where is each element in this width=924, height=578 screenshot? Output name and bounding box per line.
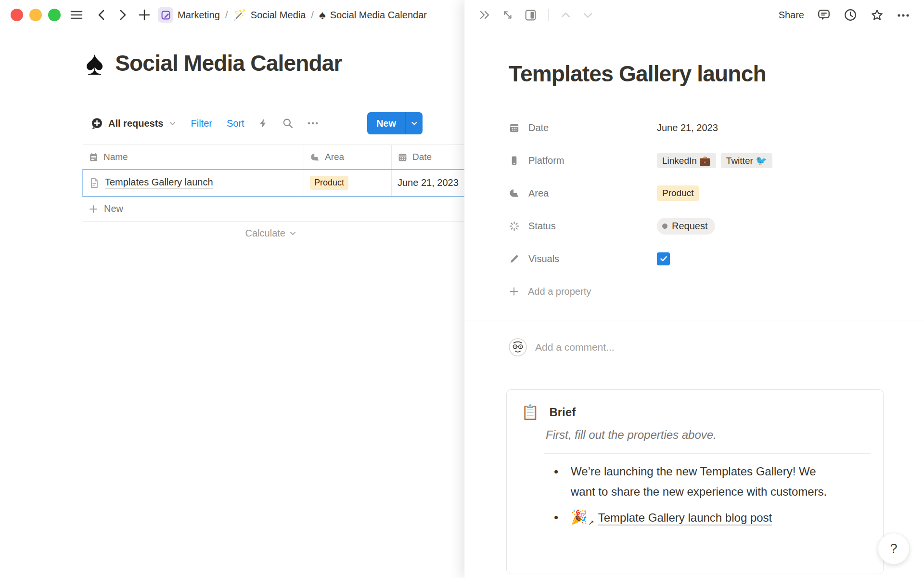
brief-bullet-item: 🎉 ↗ Template Gallery launch blog post <box>544 507 833 528</box>
page-more-options-icon[interactable] <box>897 11 910 19</box>
magic-wand-icon: 🪄 <box>233 10 246 20</box>
date-value: June 21, 2023 <box>657 122 718 133</box>
breadcrumb-item-social-media-calendar[interactable]: ♠ Social Media Calendar <box>319 9 427 21</box>
brief-template-card: 📋 Brief First, fill out the properties a… <box>506 389 884 574</box>
page-icon-spade[interactable]: ♠ <box>86 46 103 80</box>
property-label: Visuals <box>528 253 559 264</box>
row-name-cell[interactable]: Templates Gallery launch <box>83 170 304 196</box>
comments-icon[interactable] <box>817 8 831 22</box>
zoom-window-button[interactable] <box>48 9 61 21</box>
view-selector[interactable]: All requests <box>90 117 176 130</box>
property-label-area[interactable]: Area <box>509 188 657 199</box>
side-peek-mode-icon[interactable] <box>524 9 537 22</box>
chevron-down-icon <box>169 120 176 127</box>
minimize-window-button[interactable] <box>29 9 42 21</box>
property-label: Platform <box>528 155 564 166</box>
column-header-area[interactable]: Area <box>304 145 392 169</box>
calendar-icon <box>398 152 408 162</box>
row-date-value: June 21, 2023 <box>398 177 459 188</box>
previous-record-chevron-up-icon[interactable] <box>560 9 572 21</box>
help-button[interactable]: ? <box>878 533 910 565</box>
property-label-visuals[interactable]: Visuals <box>509 253 657 264</box>
calendar-icon <box>509 122 520 133</box>
brief-title: Brief <box>549 406 576 419</box>
calculate-control[interactable]: Calculate <box>83 222 304 245</box>
view-selector-label: All requests <box>108 118 163 129</box>
peek-header-left-controls <box>479 9 594 22</box>
more-options-icon[interactable] <box>307 121 319 125</box>
peek-header: Share <box>464 0 924 30</box>
chevron-down-icon <box>289 230 296 237</box>
property-row-status: Status Request <box>509 215 889 236</box>
new-entry-dropdown-chevron-icon[interactable] <box>405 112 423 134</box>
shapes-icon <box>509 188 520 199</box>
automations-lightning-icon[interactable] <box>258 118 269 129</box>
page-header: ♠ Social Media Calendar <box>86 46 342 80</box>
open-full-page-expand-icon[interactable] <box>501 9 514 21</box>
property-label-date[interactable]: Date <box>509 122 657 133</box>
property-value-area[interactable]: Product <box>657 185 699 201</box>
close-window-button[interactable] <box>11 9 23 21</box>
breadcrumb-label: Social Media Calendar <box>330 10 427 21</box>
record-title[interactable]: Templates Gallery launch <box>509 61 766 87</box>
new-page-plus-icon[interactable] <box>138 8 151 22</box>
next-record-chevron-down-icon[interactable] <box>582 9 594 21</box>
page-title[interactable]: Social Media Calendar <box>115 50 342 76</box>
new-entry-split-button: New <box>367 112 423 134</box>
close-peek-double-chevron-icon[interactable] <box>479 9 491 21</box>
pen-icon <box>509 253 520 264</box>
column-header-name[interactable]: Name <box>83 145 304 169</box>
property-row-platform: Platform LinkedIn 💼 Twitter 🐦 <box>509 150 889 171</box>
row-title[interactable]: Templates Gallery launch <box>105 177 213 189</box>
status-label: Request <box>672 221 708 232</box>
spade-icon: ♠ <box>319 9 326 21</box>
add-property-button[interactable]: Add a property <box>509 281 889 302</box>
property-label-status[interactable]: Status <box>509 221 657 232</box>
brief-divider <box>544 453 871 454</box>
property-list: Date June 21, 2023 Platform LinkedIn 💼 T… <box>509 117 889 314</box>
breadcrumb-separator: / <box>225 10 228 21</box>
notepad-icon <box>89 152 99 162</box>
search-icon[interactable] <box>282 118 294 129</box>
property-label: Status <box>528 221 556 232</box>
property-row-area: Area Product <box>509 183 889 204</box>
breadcrumb: Marketing / 🪄 Social Media / ♠ Social Me… <box>158 7 427 23</box>
calculate-label: Calculate <box>245 228 285 239</box>
brief-bullet-item: We’re launching the new Templates Galler… <box>544 461 833 502</box>
sort-button[interactable]: Sort <box>227 118 244 129</box>
property-row-date: Date June 21, 2023 <box>509 117 889 138</box>
back-button[interactable] <box>95 9 108 21</box>
row-area-cell[interactable]: Product <box>304 170 392 196</box>
app-window: Marketing / 🪄 Social Media / ♠ Social Me… <box>0 0 924 578</box>
property-label: Area <box>528 188 549 199</box>
area-tag-product: Product <box>657 185 699 201</box>
comment-composer[interactable]: Add a comment... <box>509 338 615 356</box>
new-entry-button[interactable]: New <box>367 112 405 134</box>
brief-bullet-list: We’re launching the new Templates Galler… <box>544 461 833 528</box>
favorite-star-icon[interactable] <box>870 8 884 22</box>
property-row-visuals: Visuals <box>509 248 889 269</box>
visuals-checkbox-checked[interactable] <box>657 252 670 265</box>
new-row-label: New <box>104 203 123 214</box>
sidebar-toggle-hamburger-icon[interactable] <box>69 9 84 21</box>
property-value-status[interactable]: Request <box>657 218 715 235</box>
link-arrow-icon: ↗ <box>588 519 594 526</box>
property-label-platform[interactable]: Platform <box>509 155 657 166</box>
blog-post-page-link[interactable]: Template Gallery launch blog post <box>598 511 772 525</box>
updates-clock-icon[interactable] <box>844 8 857 22</box>
property-value-date[interactable]: June 21, 2023 <box>657 122 718 133</box>
breadcrumb-label: Marketing <box>178 10 220 21</box>
filter-button[interactable]: Filter <box>191 118 212 129</box>
share-button[interactable]: Share <box>779 10 804 21</box>
forward-button[interactable] <box>116 9 129 21</box>
breadcrumb-item-social-media[interactable]: 🪄 Social Media <box>233 10 306 21</box>
phone-icon <box>509 155 520 166</box>
property-value-platform[interactable]: LinkedIn 💼 Twitter 🐦 <box>657 153 772 168</box>
user-avatar <box>509 338 527 356</box>
requests-view-icon <box>90 117 103 130</box>
party-popper-icon: 🎉 ↗ <box>571 510 591 525</box>
area-tag-product: Product <box>310 176 348 190</box>
traffic-lights <box>11 9 61 21</box>
status-spinner-icon <box>509 221 520 232</box>
breadcrumb-item-marketing[interactable]: Marketing <box>158 7 220 23</box>
